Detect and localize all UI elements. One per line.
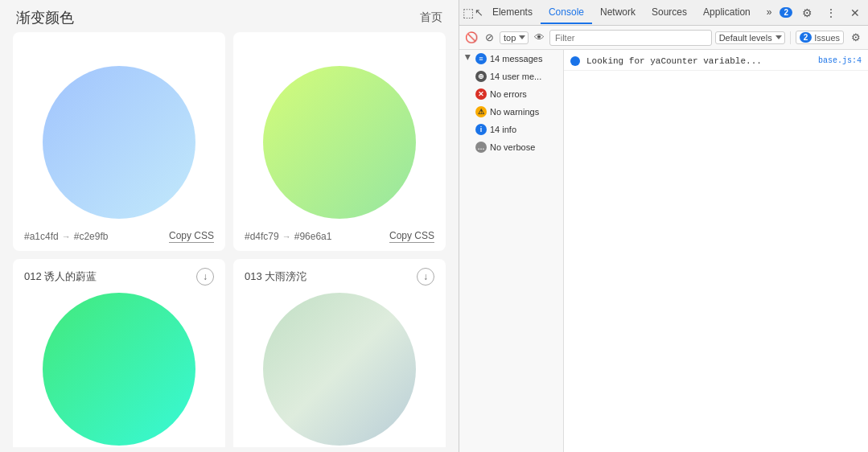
sidebar-label-info: 14 info <box>490 125 516 134</box>
tab-network[interactable]: Network <box>592 2 644 24</box>
gradient-card-2: 012 诱人的蔚蓝↓ <box>13 259 225 447</box>
settings-gear-icon[interactable]: ⚙ <box>849 31 863 45</box>
sidebar-icon-no-verbose: … <box>475 142 487 153</box>
devtools-toolbar: 🚫 ⊘ top 👁 Default levels 2 Issues ⚙ <box>459 26 868 50</box>
app-nav[interactable]: 首页 <box>420 10 442 25</box>
sidebar-item-info[interactable]: i14 info <box>459 121 563 138</box>
console-output: Looking for yaCounter variable...base.js… <box>564 50 868 452</box>
devtools-panel: ⬚ ↖ Elements Console Network Sources App… <box>459 0 868 452</box>
gradient-card-3: 013 大雨滂沱↓ <box>233 259 446 447</box>
issues-badge: 2 <box>800 32 812 43</box>
chevron-icon-0: ▶ <box>464 55 472 63</box>
console-message-0: Looking for yaCounter variable... <box>586 55 812 68</box>
sidebar-panel: ▶≡14 messages⊕14 user me...✕No errors⚠No… <box>459 50 564 452</box>
card-header-3: 013 大雨滂沱↓ <box>241 267 438 286</box>
devtools-inspect-icon[interactable]: ⬚ <box>463 2 475 24</box>
color-info-0: #a1c4fd → #c2e9fb <box>24 231 108 242</box>
levels-select[interactable]: Default levels <box>715 31 785 44</box>
sidebar-icon-no-errors: ✕ <box>475 88 487 100</box>
sidebar-item-no-warnings[interactable]: ⚠No warnings <box>459 103 563 121</box>
sidebar-label-no-verbose: No verbose <box>490 142 535 152</box>
card-title-2: 012 诱人的蔚蓝 <box>24 269 97 284</box>
console-line-0: Looking for yaCounter variable...base.js… <box>564 53 868 71</box>
sidebar-item-all-messages[interactable]: ▶≡14 messages <box>459 50 563 68</box>
tab-elements[interactable]: Elements <box>484 2 541 24</box>
gradient-circle-0 <box>43 66 195 219</box>
tab-sources[interactable]: Sources <box>644 2 695 24</box>
sidebar-icon-info: i <box>475 124 487 135</box>
card-title-3: 013 大雨滂沱 <box>245 269 306 284</box>
download-btn-3[interactable]: ↓ <box>417 268 434 286</box>
gradient-card-1: #d4fc79 → #96e6a1Copy CSS <box>233 32 446 251</box>
gradient-card-0: #a1c4fd → #c2e9fbCopy CSS <box>13 32 225 251</box>
eye-icon[interactable]: 👁 <box>532 31 546 45</box>
console-icon-0 <box>570 56 580 66</box>
more-icon[interactable]: ⋮ <box>821 3 841 23</box>
copy-css-btn-1[interactable]: Copy CSS <box>389 230 434 243</box>
devtools-pointer-icon[interactable]: ↖ <box>475 3 484 23</box>
sidebar-item-user-messages[interactable]: ⊕14 user me... <box>459 68 563 85</box>
issues-button[interactable]: 2 Issues <box>796 31 844 44</box>
sidebar-label-all-messages: 14 messages <box>490 54 542 64</box>
sidebar-label-user-messages: 14 user me... <box>490 72 541 81</box>
download-btn-2[interactable]: ↓ <box>196 268 214 286</box>
issues-count-badge: 2 <box>780 7 792 18</box>
card-footer-1: #d4fc79 → #96e6a1Copy CSS <box>241 227 438 243</box>
card-footer-0: #a1c4fd → #c2e9fbCopy CSS <box>21 227 217 243</box>
app-area: 渐变颜色 首页 #a1c4fd → #c2e9fbCopy CSS#d4fc79… <box>0 0 459 452</box>
devtools-body: ▶≡14 messages⊕14 user me...✕No errors⚠No… <box>459 50 868 452</box>
sidebar-item-no-verbose[interactable]: …No verbose <box>459 138 563 156</box>
devtools-tabs: ⬚ ↖ Elements Console Network Sources App… <box>459 0 868 26</box>
gradient-circle-3 <box>263 293 416 446</box>
context-select[interactable]: top <box>500 31 529 44</box>
dt-tab-icons: 2 ⚙ ⋮ ✕ <box>780 3 865 23</box>
sidebar-label-no-errors: No errors <box>490 89 527 99</box>
sidebar-item-no-errors[interactable]: ✕No errors <box>459 85 563 103</box>
issues-label: Issues <box>814 33 840 43</box>
sidebar-icon-user-messages: ⊕ <box>475 71 487 82</box>
sidebar-icon-all-messages: ≡ <box>475 53 487 64</box>
copy-css-btn-0[interactable]: Copy CSS <box>169 230 214 243</box>
settings-icon[interactable]: ⚙ <box>797 3 817 23</box>
app-title: 渐变颜色 <box>16 8 74 27</box>
console-source-0[interactable]: base.js:4 <box>818 55 862 67</box>
card-header-2: 012 诱人的蔚蓝↓ <box>21 267 217 286</box>
grid-container: #a1c4fd → #c2e9fbCopy CSS#d4fc79 → #96e6… <box>0 32 459 447</box>
close-icon[interactable]: ✕ <box>845 3 865 23</box>
toolbar-divider <box>790 31 791 44</box>
tab-console[interactable]: Console <box>541 2 592 24</box>
tab-more[interactable]: » <box>759 2 780 24</box>
tab-application[interactable]: Application <box>695 2 759 24</box>
gradient-circle-1 <box>263 66 416 219</box>
gradient-circle-2 <box>43 293 195 446</box>
show-drawer-icon[interactable]: ⊘ <box>482 31 496 45</box>
color-info-1: #d4fc79 → #96e6a1 <box>245 231 331 242</box>
app-header: 渐变颜色 首页 <box>0 0 459 32</box>
filter-input[interactable] <box>549 30 712 46</box>
sidebar-label-no-warnings: No warnings <box>490 107 539 117</box>
clear-console-icon[interactable]: 🚫 <box>464 31 479 45</box>
sidebar-icon-no-warnings: ⚠ <box>475 106 487 117</box>
